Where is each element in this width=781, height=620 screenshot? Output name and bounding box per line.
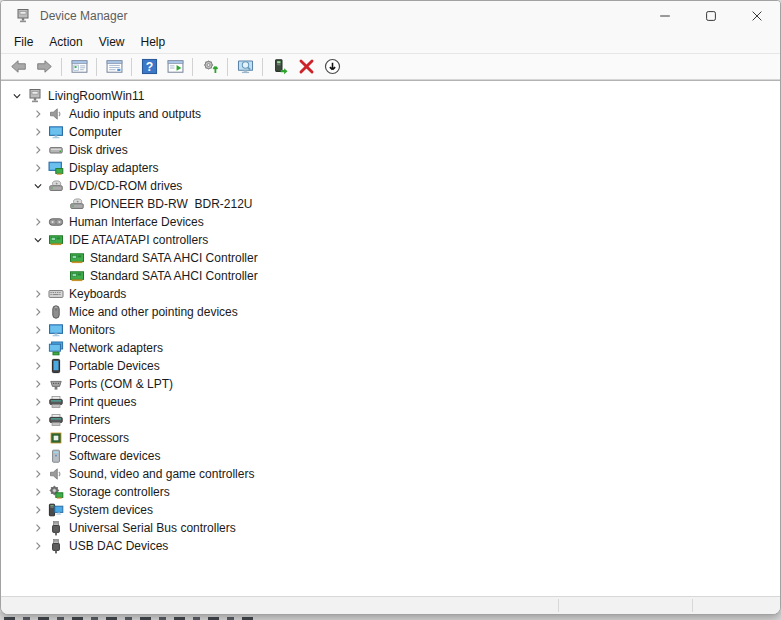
toolbar-separator <box>96 58 97 76</box>
minimize-icon <box>657 8 673 24</box>
menu-item-help[interactable]: Help <box>133 33 174 51</box>
update-driver-button[interactable] <box>268 55 292 79</box>
menu-item-view[interactable]: View <box>91 33 133 51</box>
chevron-right-icon[interactable] <box>30 322 46 338</box>
chevron-right-icon[interactable] <box>30 358 46 374</box>
update-driver-icon <box>272 58 289 75</box>
tree-item-label: Mice and other pointing devices <box>69 305 238 319</box>
ide-controller-icon <box>69 268 85 284</box>
chevron-right-icon[interactable] <box>30 448 46 464</box>
disk-drive-icon <box>48 142 64 158</box>
title-bar: Device Manager <box>1 1 780 31</box>
tree-item[interactable]: PIONEER BD-RW BDR-212U <box>1 195 780 213</box>
uninstall-device-button[interactable] <box>294 55 318 79</box>
tree-item-label: Standard SATA AHCI Controller <box>90 269 258 283</box>
chevron-down-icon[interactable] <box>30 232 46 248</box>
printer-icon <box>48 394 64 410</box>
ide-controller-icon <box>48 232 64 248</box>
device-tree: LivingRoomWin11Audio inputs and outputsC… <box>1 80 780 596</box>
uninstall-icon <box>298 58 315 75</box>
chevron-spacer <box>51 250 67 266</box>
chevron-right-icon[interactable] <box>30 124 46 140</box>
chevron-spacer <box>51 196 67 212</box>
tree-item[interactable]: DVD/CD-ROM drives <box>1 177 780 195</box>
tree-item-label: LivingRoomWin11 <box>48 89 145 103</box>
tree-item[interactable]: Storage controllers <box>1 483 780 501</box>
tree-item-label: Audio inputs and outputs <box>69 107 201 121</box>
help-button[interactable]: ? <box>137 55 161 79</box>
back-button[interactable] <box>6 55 30 79</box>
tree-item[interactable]: Print queues <box>1 393 780 411</box>
display-adapter-icon <box>48 160 64 176</box>
tree-item[interactable]: Mice and other pointing devices <box>1 303 780 321</box>
tree-item[interactable]: LivingRoomWin11 <box>1 87 780 105</box>
tree-item[interactable]: Software devices <box>1 447 780 465</box>
properties-icon <box>106 58 123 75</box>
tree-item[interactable]: IDE ATA/ATAPI controllers <box>1 231 780 249</box>
portable-device-icon <box>48 358 64 374</box>
tree-item[interactable]: Display adapters <box>1 159 780 177</box>
speaker-icon <box>48 106 64 122</box>
chevron-right-icon[interactable] <box>30 286 46 302</box>
chevron-right-icon[interactable] <box>30 340 46 356</box>
tree-item[interactable]: System devices <box>1 501 780 519</box>
forward-arrow-icon <box>36 58 53 75</box>
tree-item-label: Software devices <box>69 449 160 463</box>
chevron-right-icon[interactable] <box>30 502 46 518</box>
tree-item-label: DVD/CD-ROM drives <box>69 179 182 193</box>
search-computer-button[interactable] <box>233 55 257 79</box>
chevron-down-icon[interactable] <box>30 178 46 194</box>
tree-item[interactable]: Processors <box>1 429 780 447</box>
menu-item-action[interactable]: Action <box>41 33 90 51</box>
tree-item[interactable]: Ports (COM & LPT) <box>1 375 780 393</box>
tree-item[interactable]: Portable Devices <box>1 357 780 375</box>
chevron-right-icon[interactable] <box>30 520 46 536</box>
status-section <box>559 597 692 614</box>
window-title: Device Manager <box>40 9 127 23</box>
usb-icon <box>48 538 64 554</box>
chevron-right-icon[interactable] <box>30 430 46 446</box>
minimize-button[interactable] <box>642 1 688 31</box>
tree-item[interactable]: Disk drives <box>1 141 780 159</box>
show-action-pane-button[interactable] <box>163 55 187 79</box>
tree-item[interactable]: Computer <box>1 123 780 141</box>
chevron-right-icon[interactable] <box>30 466 46 482</box>
properties-button[interactable] <box>102 55 126 79</box>
tree-item[interactable]: Keyboards <box>1 285 780 303</box>
network-icon <box>48 340 64 356</box>
tree-item[interactable]: Standard SATA AHCI Controller <box>1 249 780 267</box>
tree-item[interactable]: Human Interface Devices <box>1 213 780 231</box>
tree-item[interactable]: Sound, video and game controllers <box>1 465 780 483</box>
chevron-right-icon[interactable] <box>30 142 46 158</box>
tree-item-label: IDE ATA/ATAPI controllers <box>69 233 208 247</box>
chevron-spacer <box>51 268 67 284</box>
chevron-right-icon[interactable] <box>30 412 46 428</box>
show-console-tree-button[interactable] <box>67 55 91 79</box>
maximize-button[interactable] <box>688 1 734 31</box>
chevron-right-icon[interactable] <box>30 484 46 500</box>
tree-item[interactable]: Monitors <box>1 321 780 339</box>
tree-item[interactable]: Audio inputs and outputs <box>1 105 780 123</box>
tree-item[interactable]: Universal Serial Bus controllers <box>1 519 780 537</box>
chevron-right-icon[interactable] <box>30 160 46 176</box>
chevron-right-icon[interactable] <box>30 394 46 410</box>
hid-icon <box>48 214 64 230</box>
speaker-icon <box>48 466 64 482</box>
tree-item-label: Keyboards <box>69 287 126 301</box>
chevron-right-icon[interactable] <box>30 106 46 122</box>
tree-item[interactable]: Printers <box>1 411 780 429</box>
close-button[interactable] <box>734 1 780 31</box>
menu-item-file[interactable]: File <box>6 33 41 51</box>
chevron-right-icon[interactable] <box>30 214 46 230</box>
chevron-right-icon[interactable] <box>30 376 46 392</box>
tree-item[interactable]: Standard SATA AHCI Controller <box>1 267 780 285</box>
forward-button[interactable] <box>32 55 56 79</box>
disable-device-button[interactable] <box>320 55 344 79</box>
chevron-down-icon[interactable] <box>9 88 25 104</box>
tree-item[interactable]: USB DAC Devices <box>1 537 780 555</box>
window-controls <box>642 1 780 31</box>
chevron-right-icon[interactable] <box>30 304 46 320</box>
tree-item[interactable]: Network adapters <box>1 339 780 357</box>
chevron-right-icon[interactable] <box>30 538 46 554</box>
scan-hardware-changes-button[interactable] <box>198 55 222 79</box>
